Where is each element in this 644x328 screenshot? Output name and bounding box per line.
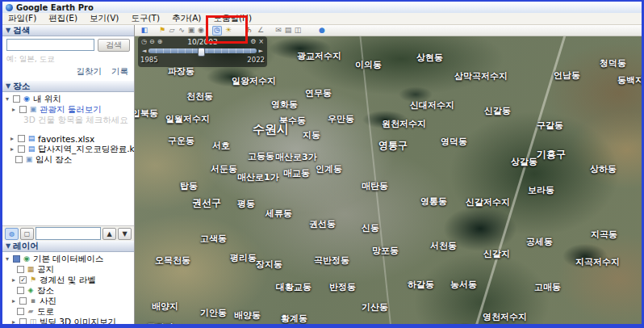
- map-view[interactable]: ◷ ⊖ ⊕ 10/2003 ⚙ × ◄ ► 1985: [135, 36, 642, 325]
- expander-icon[interactable]: ▸: [10, 106, 17, 113]
- collapse-triangle-icon[interactable]: ▼: [6, 27, 10, 34]
- tree-item-favorites-xlsx[interactable]: ▸▤favorites.xlsx: [2, 133, 134, 144]
- map-label: 상갈동: [511, 156, 537, 168]
- map-label: 고색동: [200, 233, 227, 245]
- expander-icon[interactable]: ▾: [4, 255, 10, 263]
- checkbox[interactable]: [15, 156, 23, 163]
- tree-label: 관광지 둘러보기: [40, 104, 102, 116]
- expander-icon[interactable]: ▸: [9, 145, 15, 153]
- map-label: 매교동: [283, 167, 310, 179]
- search-input[interactable]: [6, 39, 94, 51]
- map-label: 상하동: [590, 163, 617, 175]
- title-bar: Google Earth Pro: [2, 2, 642, 13]
- checkbox[interactable]: [13, 255, 20, 263]
- tree-item-places-layer[interactable]: ◈장소: [2, 285, 134, 296]
- email-icon[interactable]: ✉: [274, 26, 283, 36]
- menu-file[interactable]: 파일(F): [8, 13, 36, 24]
- panel-view-icon[interactable]: ▢: [20, 228, 34, 240]
- tree-item-3d-buildings[interactable]: ▸◫빌딩 3D 이미지보기: [2, 317, 134, 325]
- time-slider-panel[interactable]: ◷ ⊖ ⊕ 10/2003 ⚙ × ◄ ► 1985: [138, 36, 267, 67]
- tree-item-my-places[interactable]: ▾◉내 위치: [2, 94, 134, 104]
- checkbox[interactable]: ✓: [19, 276, 27, 284]
- save-image-icon[interactable]: ◫: [293, 26, 303, 36]
- next-result-icon[interactable]: ▼: [118, 228, 132, 240]
- menu-add[interactable]: 추가(A): [172, 13, 201, 24]
- map-label: 배양지: [152, 301, 178, 313]
- tree-item-photos[interactable]: ▸▪사진: [2, 296, 134, 306]
- menu-edit[interactable]: 편집(E): [48, 13, 77, 24]
- camera-icon: ▪: [29, 297, 37, 305]
- link-directions[interactable]: 길찾기: [77, 66, 102, 76]
- time-slider-track-area[interactable]: ◄ ►: [142, 47, 263, 56]
- time-settings-wrench-icon[interactable]: ⚙: [250, 38, 256, 45]
- map-label: 보라동: [528, 184, 554, 196]
- map-label: 영화동: [271, 99, 298, 111]
- sidebar-toggle-icon[interactable]: ◧: [140, 26, 149, 36]
- checkbox[interactable]: [17, 308, 24, 315]
- tree-item-primary-database[interactable]: ▾◉기본 데이터베이스: [2, 254, 134, 264]
- checkbox[interactable]: [18, 145, 25, 153]
- time-start-year: 1985: [140, 56, 158, 64]
- record-tour-icon[interactable]: ◉: [196, 26, 206, 36]
- print-icon[interactable]: ▤: [283, 26, 293, 36]
- search-button[interactable]: 검색: [98, 39, 130, 52]
- map-label: 공세동: [526, 236, 553, 248]
- checkbox[interactable]: [19, 318, 27, 325]
- menu-view[interactable]: 보기(V): [90, 13, 119, 24]
- time-clock-icon[interactable]: ◷: [141, 38, 147, 45]
- checkbox[interactable]: [13, 95, 20, 103]
- zoom-out-time-icon[interactable]: ⊖: [149, 38, 155, 45]
- path-icon[interactable]: ∿: [177, 26, 186, 36]
- places-panel-header[interactable]: ▼ 장소: [2, 81, 134, 92]
- prev-result-icon[interactable]: ▲: [102, 228, 116, 240]
- map-label: 구운동: [168, 135, 194, 147]
- tree-item-survey-kml[interactable]: ▸▤답사지역_지오코딩완료.kml: [2, 144, 134, 154]
- map-label: 탑동: [180, 180, 198, 192]
- checkbox[interactable]: [19, 297, 27, 305]
- photo-icon: ▦: [27, 266, 35, 273]
- collapse-triangle-icon[interactable]: ▼: [6, 242, 10, 250]
- play-forward-icon[interactable]: ►: [259, 48, 263, 54]
- expander-icon[interactable]: ▸: [9, 135, 15, 142]
- ruler-icon[interactable]: ∠: [256, 26, 266, 36]
- kml-doc-icon: ▤: [27, 145, 36, 153]
- tree-label: 답사지역_지오코딩완료.kml: [38, 144, 134, 155]
- expander-icon[interactable]: ▸: [10, 297, 17, 305]
- step-back-icon[interactable]: ◄: [142, 48, 146, 54]
- zoom-in-time-icon[interactable]: ⊕: [157, 38, 163, 45]
- search-hint: 예: 일본, 도쿄: [6, 54, 130, 65]
- time-slider-handle[interactable]: [198, 48, 205, 57]
- map-label: 곡반정동: [314, 254, 349, 267]
- map-label: 매산로3가: [275, 151, 317, 163]
- search-panel-header[interactable]: ▼ 검색: [2, 25, 134, 36]
- checkbox[interactable]: [18, 135, 25, 142]
- expander-icon[interactable]: ▾: [4, 95, 10, 103]
- layers-panel-header[interactable]: ▼ 레이어: [2, 241, 134, 252]
- google-maps-icon[interactable]: ●: [317, 26, 327, 36]
- tree-item-borders-labels[interactable]: ▸✓⚑경계선 및 라벨: [2, 275, 134, 285]
- tree-label: 도로: [37, 306, 54, 317]
- building-icon: ◫: [29, 318, 37, 325]
- map-label: 영덕동: [441, 136, 467, 148]
- tree-item-sightseeing[interactable]: ▸▣관광지 둘러보기: [2, 104, 134, 115]
- tree-item-announcements[interactable]: ▦공지: [2, 264, 134, 275]
- image-overlay-icon[interactable]: ▣: [186, 26, 196, 36]
- checkbox[interactable]: [17, 266, 24, 273]
- tree-item-roads[interactable]: ▰도로: [2, 306, 134, 317]
- menu-tools[interactable]: 도구(T): [131, 13, 160, 24]
- checkbox[interactable]: [17, 287, 24, 294]
- checkbox[interactable]: [19, 106, 27, 113]
- tree-item-temp-places[interactable]: ▣임시 장소: [2, 154, 134, 165]
- time-close-icon[interactable]: ×: [258, 38, 264, 45]
- expander-icon[interactable]: ▸: [10, 276, 17, 284]
- search-places-icon[interactable]: ◍: [5, 228, 19, 240]
- folder-icon: ▣: [29, 106, 37, 113]
- places-filter-input[interactable]: [36, 227, 101, 240]
- expander-icon[interactable]: ▸: [10, 318, 17, 325]
- flag-icon: ⚑: [29, 276, 37, 284]
- collapse-triangle-icon[interactable]: ▼: [6, 82, 10, 90]
- placemark-icon[interactable]: ⚑: [157, 26, 167, 36]
- map-label: 동백지구: [617, 74, 642, 86]
- link-history[interactable]: 기록: [111, 66, 128, 76]
- polygon-icon[interactable]: ▱: [167, 26, 177, 36]
